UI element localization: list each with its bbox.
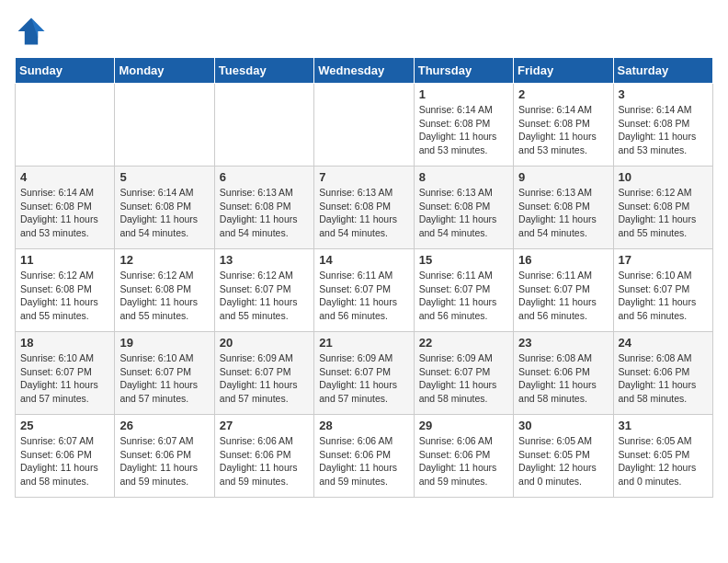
day-number: 10	[619, 170, 708, 184]
day-info: Sunrise: 6:07 AM Sunset: 6:06 PM Dayligh…	[20, 434, 109, 488]
day-number: 11	[20, 253, 109, 267]
calendar-cell: 15Sunrise: 6:11 AM Sunset: 6:07 PM Dayli…	[414, 249, 513, 332]
day-number: 30	[518, 419, 608, 432]
day-info: Sunrise: 6:08 AM Sunset: 6:06 PM Dayligh…	[518, 351, 608, 406]
day-number: 17	[619, 253, 708, 267]
calendar-week-1: 1Sunrise: 6:14 AM Sunset: 6:08 PM Daylig…	[16, 84, 713, 167]
day-number: 12	[119, 253, 209, 267]
day-number: 24	[619, 336, 708, 350]
day-number: 25	[20, 419, 109, 432]
day-number: 28	[319, 419, 408, 432]
calendar-cell: 6Sunrise: 6:13 AM Sunset: 6:08 PM Daylig…	[214, 167, 313, 249]
day-number: 9	[518, 170, 608, 184]
calendar-week-5: 25Sunrise: 6:07 AM Sunset: 6:06 PM Dayli…	[16, 415, 713, 498]
calendar-cell	[214, 84, 313, 167]
calendar-cell: 16Sunrise: 6:11 AM Sunset: 6:07 PM Dayli…	[514, 249, 613, 332]
calendar-cell: 20Sunrise: 6:09 AM Sunset: 6:07 PM Dayli…	[214, 332, 313, 415]
calendar-week-2: 4Sunrise: 6:14 AM Sunset: 6:08 PM Daylig…	[16, 167, 713, 249]
day-number: 2	[518, 87, 608, 101]
calendar-cell: 7Sunrise: 6:13 AM Sunset: 6:08 PM Daylig…	[314, 167, 414, 249]
day-info: Sunrise: 6:11 AM Sunset: 6:07 PM Dayligh…	[419, 269, 508, 323]
day-number: 21	[319, 336, 408, 350]
day-info: Sunrise: 6:14 AM Sunset: 6:08 PM Dayligh…	[119, 186, 209, 240]
day-header-thursday: Thursday	[414, 58, 513, 84]
day-info: Sunrise: 6:11 AM Sunset: 6:07 PM Dayligh…	[518, 269, 608, 323]
calendar-cell: 13Sunrise: 6:12 AM Sunset: 6:07 PM Dayli…	[214, 249, 313, 332]
calendar-cell: 2Sunrise: 6:14 AM Sunset: 6:08 PM Daylig…	[514, 84, 613, 167]
day-info: Sunrise: 6:10 AM Sunset: 6:07 PM Dayligh…	[20, 351, 109, 406]
day-number: 15	[419, 253, 508, 267]
day-number: 3	[619, 87, 708, 101]
day-number: 14	[319, 253, 408, 267]
calendar-cell: 3Sunrise: 6:14 AM Sunset: 6:08 PM Daylig…	[613, 84, 712, 167]
day-number: 20	[220, 336, 309, 350]
calendar-cell: 24Sunrise: 6:08 AM Sunset: 6:06 PM Dayli…	[613, 332, 712, 415]
calendar-cell: 1Sunrise: 6:14 AM Sunset: 6:08 PM Daylig…	[414, 84, 513, 167]
day-header-tuesday: Tuesday	[214, 58, 313, 84]
day-info: Sunrise: 6:09 AM Sunset: 6:07 PM Dayligh…	[419, 351, 508, 406]
page-header	[15, 15, 713, 48]
day-number: 26	[119, 419, 209, 432]
day-number: 16	[518, 253, 608, 267]
day-info: Sunrise: 6:07 AM Sunset: 6:06 PM Dayligh…	[119, 434, 209, 488]
day-header-wednesday: Wednesday	[314, 58, 414, 84]
calendar-week-3: 11Sunrise: 6:12 AM Sunset: 6:08 PM Dayli…	[16, 249, 713, 332]
day-info: Sunrise: 6:14 AM Sunset: 6:08 PM Dayligh…	[419, 103, 508, 157]
day-info: Sunrise: 6:09 AM Sunset: 6:07 PM Dayligh…	[220, 351, 309, 406]
day-number: 5	[119, 170, 209, 184]
calendar-cell: 21Sunrise: 6:09 AM Sunset: 6:07 PM Dayli…	[314, 332, 414, 415]
calendar-cell: 23Sunrise: 6:08 AM Sunset: 6:06 PM Dayli…	[514, 332, 613, 415]
day-number: 7	[319, 170, 408, 184]
calendar-cell: 29Sunrise: 6:06 AM Sunset: 6:06 PM Dayli…	[414, 415, 513, 498]
calendar-cell: 28Sunrise: 6:06 AM Sunset: 6:06 PM Dayli…	[314, 415, 414, 498]
day-number: 23	[518, 336, 608, 350]
calendar-cell	[115, 84, 214, 167]
calendar-cell: 19Sunrise: 6:10 AM Sunset: 6:07 PM Dayli…	[115, 332, 214, 415]
calendar-cell	[16, 84, 115, 167]
day-info: Sunrise: 6:10 AM Sunset: 6:07 PM Dayligh…	[619, 269, 708, 323]
calendar-table: SundayMondayTuesdayWednesdayThursdayFrid…	[15, 57, 713, 498]
day-number: 18	[20, 336, 109, 350]
day-info: Sunrise: 6:06 AM Sunset: 6:06 PM Dayligh…	[220, 434, 309, 488]
day-info: Sunrise: 6:09 AM Sunset: 6:07 PM Dayligh…	[319, 351, 408, 406]
day-header-saturday: Saturday	[613, 58, 712, 84]
day-number: 22	[419, 336, 508, 350]
day-number: 13	[220, 253, 309, 267]
day-number: 29	[419, 419, 508, 432]
calendar-cell: 5Sunrise: 6:14 AM Sunset: 6:08 PM Daylig…	[115, 167, 214, 249]
calendar-cell: 26Sunrise: 6:07 AM Sunset: 6:06 PM Dayli…	[115, 415, 214, 498]
day-number: 8	[419, 170, 508, 184]
day-number: 4	[20, 170, 109, 184]
day-header-monday: Monday	[115, 58, 214, 84]
day-info: Sunrise: 6:05 AM Sunset: 6:05 PM Dayligh…	[518, 434, 608, 488]
day-info: Sunrise: 6:11 AM Sunset: 6:07 PM Dayligh…	[319, 269, 408, 323]
day-info: Sunrise: 6:13 AM Sunset: 6:08 PM Dayligh…	[419, 186, 508, 240]
calendar-cell: 25Sunrise: 6:07 AM Sunset: 6:06 PM Dayli…	[16, 415, 115, 498]
calendar-cell: 27Sunrise: 6:06 AM Sunset: 6:06 PM Dayli…	[214, 415, 313, 498]
day-info: Sunrise: 6:10 AM Sunset: 6:07 PM Dayligh…	[119, 351, 209, 406]
day-info: Sunrise: 6:12 AM Sunset: 6:08 PM Dayligh…	[20, 269, 109, 323]
day-header-sunday: Sunday	[16, 58, 115, 84]
day-number: 6	[220, 170, 309, 184]
calendar-week-4: 18Sunrise: 6:10 AM Sunset: 6:07 PM Dayli…	[16, 332, 713, 415]
day-info: Sunrise: 6:08 AM Sunset: 6:06 PM Dayligh…	[619, 351, 708, 406]
calendar-cell: 18Sunrise: 6:10 AM Sunset: 6:07 PM Dayli…	[16, 332, 115, 415]
calendar-cell: 4Sunrise: 6:14 AM Sunset: 6:08 PM Daylig…	[16, 167, 115, 249]
day-info: Sunrise: 6:06 AM Sunset: 6:06 PM Dayligh…	[419, 434, 508, 488]
calendar-cell: 30Sunrise: 6:05 AM Sunset: 6:05 PM Dayli…	[514, 415, 613, 498]
calendar-cell: 17Sunrise: 6:10 AM Sunset: 6:07 PM Dayli…	[613, 249, 712, 332]
calendar-cell	[314, 84, 414, 167]
calendar-cell: 9Sunrise: 6:13 AM Sunset: 6:08 PM Daylig…	[514, 167, 613, 249]
day-info: Sunrise: 6:06 AM Sunset: 6:06 PM Dayligh…	[319, 434, 408, 488]
day-info: Sunrise: 6:13 AM Sunset: 6:08 PM Dayligh…	[220, 186, 309, 240]
day-number: 1	[419, 87, 508, 101]
day-info: Sunrise: 6:14 AM Sunset: 6:08 PM Dayligh…	[20, 186, 109, 240]
day-number: 27	[220, 419, 309, 432]
day-number: 19	[119, 336, 209, 350]
day-number: 31	[619, 419, 708, 432]
logo	[15, 15, 53, 48]
calendar-cell: 22Sunrise: 6:09 AM Sunset: 6:07 PM Dayli…	[414, 332, 513, 415]
day-info: Sunrise: 6:13 AM Sunset: 6:08 PM Dayligh…	[319, 186, 408, 240]
day-info: Sunrise: 6:14 AM Sunset: 6:08 PM Dayligh…	[619, 103, 708, 157]
calendar-cell: 11Sunrise: 6:12 AM Sunset: 6:08 PM Dayli…	[16, 249, 115, 332]
